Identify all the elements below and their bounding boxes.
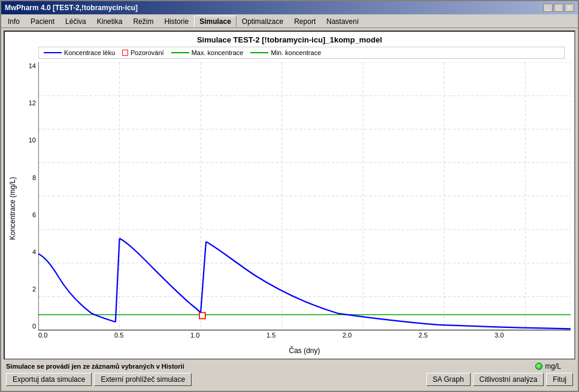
legend-max: Max. koncentrace <box>171 49 244 56</box>
buttons-bar: Exportuj data simulace Externí prohlížeč… <box>4 370 575 388</box>
menu-item-info[interactable]: Info <box>2 16 25 28</box>
chart-right: 14 12 10 8 6 4 2 0 <box>19 62 571 355</box>
y-tick-6: 6 <box>32 211 36 218</box>
mg-indicator: mg/L <box>535 362 561 370</box>
x-tick-25: 2.5 <box>419 332 428 346</box>
menu-bar: Info Pacient Léčiva Kinetika Režim Histo… <box>1 14 578 28</box>
menu-item-report[interactable]: Report <box>289 16 321 28</box>
x-tick-20: 2.0 <box>342 332 351 346</box>
legend-koncentrace: Koncentrace léku <box>44 49 115 56</box>
legend-square-red <box>122 50 128 56</box>
bottom-bar: Simulace se provádí jen ze záznamů vybra… <box>4 360 575 370</box>
plot-with-yaxis: 14 12 10 8 6 4 2 0 <box>19 62 571 330</box>
externi-button[interactable]: Externí prohlížeč simulace <box>94 373 192 386</box>
chart-svg <box>38 62 571 330</box>
chart-container: Simulace TEST-2 [!tobramycin-icu]_1komp_… <box>4 31 575 360</box>
legend-min-label: Min. koncentrace <box>271 49 321 56</box>
mg-unit-label: mg/L <box>545 362 561 370</box>
y-tick-14: 14 <box>29 62 36 69</box>
menu-item-leciva[interactable]: Léčiva <box>60 16 92 28</box>
y-axis-label: Koncentrace (mg/L) <box>8 62 19 355</box>
y-tick-8: 8 <box>32 174 36 181</box>
legend-line-blue <box>44 52 62 53</box>
green-dot-indicator <box>535 363 542 370</box>
x-tick-30: 3.0 <box>495 332 504 346</box>
menu-item-nastaveni[interactable]: Nastavení <box>321 16 364 28</box>
plot-svg-container <box>38 62 571 330</box>
window-title: MwPharm 4.0 [TEST-2,!tobramycin-icu] <box>5 4 138 12</box>
x-tick-0: 0.0 <box>38 332 47 346</box>
menu-item-optimalizace[interactable]: Optimalizace <box>237 16 289 28</box>
legend-koncentrace-label: Koncentrace léku <box>64 49 115 56</box>
legend-min: Min. koncentrace <box>250 49 321 56</box>
minimize-button[interactable]: _ <box>543 4 553 12</box>
x-tick-10: 1.0 <box>190 332 199 346</box>
menu-item-simulace[interactable]: Simulace <box>194 16 237 28</box>
y-tick-12: 12 <box>29 99 36 107</box>
y-tick-4: 4 <box>32 248 36 256</box>
legend-max-label: Max. koncentrace <box>192 49 244 56</box>
status-text: Simulace se provádí jen ze záznamů vybra… <box>6 363 184 370</box>
chart-title: Simulace TEST-2 [!tobramycin-icu]_1komp_… <box>8 35 571 44</box>
title-bar-buttons: _ □ X <box>543 4 574 12</box>
y-tick-2: 2 <box>32 285 36 293</box>
y-tick-10: 10 <box>29 136 36 144</box>
menu-item-rezim[interactable]: Režim <box>128 16 159 28</box>
menu-item-pacient[interactable]: Pacient <box>25 16 60 28</box>
fituj-button[interactable]: Fituj <box>546 373 573 386</box>
main-window: MwPharm 4.0 [TEST-2,!tobramycin-icu] _ □… <box>0 0 579 392</box>
svg-rect-20 <box>199 312 205 318</box>
x-axis-label: Čas (dny) <box>38 347 571 355</box>
maximize-button[interactable]: □ <box>554 4 563 12</box>
legend-pozorovani-label: Pozorování <box>131 49 164 56</box>
menu-item-kinetika[interactable]: Kinetika <box>92 16 128 28</box>
content-area: Simulace TEST-2 [!tobramycin-icu]_1komp_… <box>1 28 578 391</box>
title-bar: MwPharm 4.0 [TEST-2,!tobramycin-icu] _ □… <box>1 1 578 14</box>
x-tick-05: 0.5 <box>114 332 123 346</box>
x-ticks: 0.0 0.5 1.0 1.5 2.0 2.5 3.0 <box>38 330 571 346</box>
sa-graph-button[interactable]: SA Graph <box>426 373 471 386</box>
chart-plot-area: Koncentrace (mg/L) 14 12 10 8 6 4 2 0 <box>8 62 571 355</box>
citlivost-button[interactable]: Citlivostní analýza <box>473 373 544 386</box>
exportuj-button[interactable]: Exportuj data simulace <box>6 373 92 386</box>
legend-line-min <box>250 52 268 53</box>
close-button[interactable]: X <box>565 4 574 12</box>
legend-line-max <box>171 52 189 53</box>
legend-pozorovani: Pozorování <box>122 49 164 56</box>
menu-item-historie[interactable]: Historie <box>159 16 194 28</box>
y-ticks: 14 12 10 8 6 4 2 0 <box>19 62 38 330</box>
buttons-right: SA Graph Citlivostní analýza Fituj <box>426 373 573 386</box>
x-tick-15: 1.5 <box>266 332 275 346</box>
y-tick-0: 0 <box>32 323 36 330</box>
chart-legend: Koncentrace léku Pozorování Max. koncent… <box>38 47 565 59</box>
